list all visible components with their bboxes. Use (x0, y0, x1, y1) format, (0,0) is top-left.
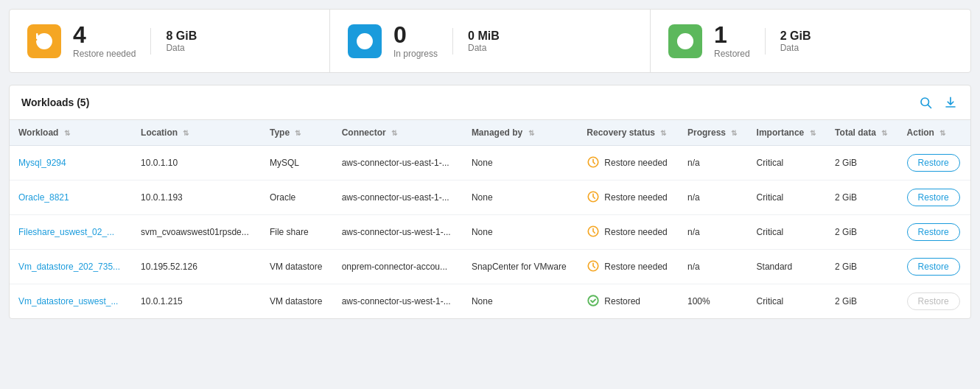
restore-button[interactable]: Restore (907, 189, 960, 206)
workload-link[interactable]: Fileshare_uswest_02_... (18, 227, 114, 237)
col-header-progress[interactable]: Progress ⇅ (679, 120, 748, 146)
cell-action: Restore (898, 284, 970, 319)
col-header-managed_by[interactable]: Managed by ⇅ (463, 120, 578, 146)
workload-link[interactable]: Oracle_8821 (18, 192, 69, 203)
download-button[interactable] (942, 94, 959, 111)
restore-needed-count-block: 4 Restore needed (73, 23, 136, 59)
status-text: Restore needed (604, 158, 667, 168)
cell-importance: Critical (748, 284, 827, 319)
workload-link[interactable]: Vm_datastore_202_735... (18, 262, 120, 272)
cell-recovery-status: Restore needed (578, 250, 679, 284)
cell-connector: aws-connector-us-west-1-... (333, 284, 463, 319)
workload-link[interactable]: Vm_datastore_uswest_... (18, 296, 118, 306)
restored-label: Restored (714, 49, 750, 59)
cell-location: 10.195.52.126 (132, 250, 261, 284)
cell-progress: n/a (679, 215, 748, 250)
cell-progress: n/a (679, 181, 748, 215)
cell-type: File share (261, 215, 333, 250)
status-icon-restore-needed (587, 155, 600, 171)
restore-needed-data-block: 8 GiB Data (166, 29, 197, 53)
cell-workload: Fileshare_uswest_02_... (10, 215, 132, 250)
sort-icon-recovery_status: ⇅ (660, 129, 666, 137)
cell-location: 10.0.1.215 (132, 284, 261, 319)
workloads-table: Workload ⇅Location ⇅Type ⇅Connector ⇅Man… (10, 120, 970, 318)
sort-icon-connector: ⇅ (391, 129, 397, 137)
restore-button[interactable]: Restore (907, 154, 960, 172)
workloads-section: Workloads (5) (9, 85, 971, 319)
restore-button: Restore (907, 292, 960, 310)
in-progress-data-block: 0 MiB Data (468, 29, 500, 53)
restored-icon (668, 24, 702, 58)
table-body: Mysql_9294 10.0.1.10 MySQL aws-connector… (10, 146, 970, 319)
workloads-header: Workloads (5) (10, 85, 970, 120)
in-progress-label: In progress (393, 49, 438, 59)
in-progress-count: 0 (393, 23, 438, 46)
cell-total-data: 2 GiB (826, 284, 897, 319)
col-header-type[interactable]: Type ⇅ (261, 120, 333, 146)
sort-icon-progress: ⇅ (731, 129, 737, 137)
cell-location: 10.0.1.193 (132, 181, 261, 215)
col-header-location[interactable]: Location ⇅ (132, 120, 261, 146)
cell-managed-by: None (463, 146, 578, 181)
col-header-connector[interactable]: Connector ⇅ (333, 120, 463, 146)
col-header-importance[interactable]: Importance ⇅ (748, 120, 827, 146)
in-progress-count-block: 0 In progress (393, 23, 438, 59)
cell-total-data: 2 GiB (826, 181, 897, 215)
cell-importance: Critical (748, 181, 827, 215)
col-header-action[interactable]: Action ⇅ (898, 120, 970, 146)
summary-card-restore-needed: 4 Restore needed 8 GiB Data (10, 10, 329, 72)
status-icon-restore-needed (587, 259, 600, 275)
sort-icon-importance: ⇅ (810, 129, 816, 137)
table-row: Oracle_8821 10.0.1.193 Oracle aws-connec… (10, 181, 970, 215)
in-progress-data-label: Data (468, 43, 500, 53)
col-header-total_data[interactable]: Total data ⇅ (826, 120, 897, 146)
cell-location: svm_cvoawswest01rpsde... (132, 215, 261, 250)
cell-managed-by: None (463, 284, 578, 319)
cell-action: Restore (898, 146, 970, 181)
cell-managed-by: None (463, 215, 578, 250)
in-progress-divider (452, 28, 453, 55)
search-button[interactable] (917, 94, 934, 111)
table-row: Fileshare_uswest_02_... svm_cvoawswest01… (10, 215, 970, 250)
cell-recovery-status: Restore needed (578, 215, 679, 250)
cell-recovery-status: Restored (578, 284, 679, 319)
cell-total-data: 2 GiB (826, 146, 897, 181)
workloads-title: Workloads (5) (21, 97, 89, 108)
cell-importance: Critical (748, 215, 827, 250)
cell-action: Restore (898, 250, 970, 284)
workload-link[interactable]: Mysql_9294 (18, 158, 66, 168)
cell-connector: aws-connector-us-east-1-... (333, 181, 463, 215)
status-icon-restored (587, 294, 600, 309)
in-progress-main: 0 In progress 0 MiB Data (393, 23, 500, 59)
in-progress-icon (348, 24, 382, 58)
summary-row: 4 Restore needed 8 GiB Data 0 In progres… (9, 9, 971, 73)
status-text: Restore needed (604, 262, 667, 272)
table-row: Mysql_9294 10.0.1.10 MySQL aws-connector… (10, 146, 970, 181)
cell-type: VM datastore (261, 284, 333, 319)
cell-connector: onprem-connector-accou... (333, 250, 463, 284)
status-icon-restore-needed (587, 225, 600, 240)
cell-connector: aws-connector-us-east-1-... (333, 146, 463, 181)
col-header-recovery_status[interactable]: Recovery status ⇅ (578, 120, 679, 146)
col-header-workload[interactable]: Workload ⇅ (10, 120, 132, 146)
cell-recovery-status: Restore needed (578, 146, 679, 181)
sort-icon-location: ⇅ (183, 129, 189, 137)
table-row: Vm_datastore_uswest_... 10.0.1.215 VM da… (10, 284, 970, 319)
restore-needed-data-value: 8 GiB (166, 29, 197, 43)
cell-importance: Critical (748, 146, 827, 181)
header-actions (917, 94, 959, 111)
cell-progress: 100% (679, 284, 748, 319)
cell-workload: Vm_datastore_uswest_... (10, 284, 132, 319)
restore-button[interactable]: Restore (907, 223, 960, 241)
cell-workload: Oracle_8821 (10, 181, 132, 215)
cell-type: Oracle (261, 181, 333, 215)
restored-main: 1 Restored 2 GiB Data (714, 23, 811, 59)
table-row: Vm_datastore_202_735... 10.195.52.126 VM… (10, 250, 970, 284)
restore-button[interactable]: Restore (907, 258, 960, 276)
restored-count: 1 (714, 23, 750, 46)
cell-workload: Vm_datastore_202_735... (10, 250, 132, 284)
restored-data-label: Data (780, 43, 811, 53)
sort-icon-workload: ⇅ (64, 129, 70, 137)
restored-count-block: 1 Restored (714, 23, 750, 59)
sort-icon-type: ⇅ (295, 129, 301, 137)
